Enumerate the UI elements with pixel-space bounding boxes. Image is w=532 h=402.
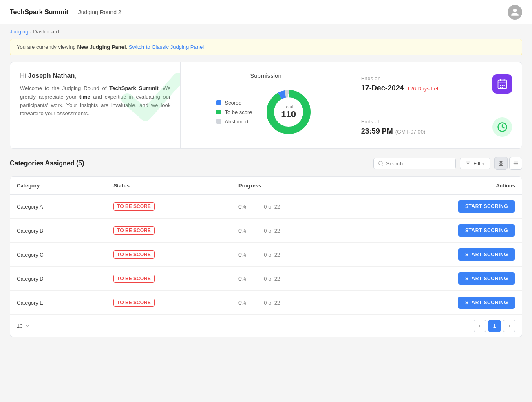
start-scoring-button[interactable]: START SCORING bbox=[458, 224, 515, 237]
grid-view-button[interactable] bbox=[494, 157, 508, 170]
progress-count: 0 of 22 bbox=[264, 300, 280, 306]
actions-cell: START SCORING bbox=[359, 195, 522, 219]
progress-pct: 0% bbox=[238, 276, 246, 282]
svg-line-16 bbox=[382, 165, 383, 166]
start-scoring-button[interactable]: START SCORING bbox=[458, 200, 515, 213]
breadcrumb-separator: - bbox=[30, 29, 33, 35]
end-date-value: 17-Dec-2024 bbox=[361, 84, 404, 92]
abstained-label: Abstained bbox=[225, 119, 248, 125]
actions-cell: START SCORING bbox=[359, 243, 522, 267]
table-head: Category ↑ Status Progress Actions bbox=[10, 177, 522, 195]
end-time-info: Ends at 23:59 PM (GMT-07:00) bbox=[361, 119, 426, 136]
svg-point-13 bbox=[502, 87, 503, 88]
progress-cell: 0% 0 of 22 bbox=[232, 219, 359, 243]
category-name-cell: Category E bbox=[10, 291, 107, 315]
progress-count: 0 of 22 bbox=[264, 252, 280, 258]
svg-rect-22 bbox=[499, 164, 501, 165]
svg-point-10 bbox=[502, 85, 503, 86]
end-date-card: Ends on 17-Dec-2024 126 Days Left bbox=[351, 62, 522, 105]
svg-point-11 bbox=[504, 85, 505, 86]
col-actions: Actions bbox=[359, 177, 522, 195]
search-icon bbox=[378, 160, 384, 166]
clock-icon bbox=[492, 117, 512, 137]
total-label: Total bbox=[281, 104, 296, 109]
status-badge: TO BE SCORE bbox=[113, 275, 154, 283]
total-value: 110 bbox=[281, 109, 296, 120]
categories-table-wrap: Category ↑ Status Progress Actions Categ… bbox=[10, 176, 522, 337]
app-header: TechSpark Summit Judging Round 2 bbox=[0, 0, 532, 24]
per-page-value: 10 bbox=[17, 323, 22, 329]
submission-legend: Scored To be score Abstained bbox=[216, 100, 252, 125]
info-banner: You are currently viewing New Judging Pa… bbox=[10, 39, 522, 55]
progress-cell: 0% 0 of 22 bbox=[232, 291, 359, 315]
filter-button[interactable]: Filter bbox=[460, 158, 490, 169]
pagination-buttons: 1 bbox=[474, 320, 515, 332]
end-date-label: Ends on bbox=[361, 75, 440, 81]
breadcrumb-judging[interactable]: Judging bbox=[10, 29, 29, 35]
legend-scored: Scored bbox=[216, 100, 252, 106]
start-scoring-button[interactable]: START SCORING bbox=[458, 297, 515, 309]
status-badge: TO BE SCORE bbox=[113, 226, 154, 235]
end-time-card: Ends at 23:59 PM (GMT-07:00) bbox=[351, 105, 522, 148]
search-box[interactable] bbox=[373, 158, 456, 169]
svg-rect-21 bbox=[501, 161, 503, 163]
progress-cell: 0% 0 of 22 bbox=[232, 243, 359, 267]
per-page-selector: 10 bbox=[17, 323, 30, 329]
check-decoration bbox=[119, 66, 181, 125]
submission-card: Submission Scored To be score Abstained bbox=[181, 62, 351, 148]
list-view-button[interactable] bbox=[509, 157, 522, 170]
submission-title: Submission bbox=[250, 72, 282, 79]
switch-panel-link[interactable]: Switch to Classic Judging Panel bbox=[129, 44, 204, 50]
category-name-cell: Category A bbox=[10, 195, 107, 219]
sort-icon: ↑ bbox=[43, 182, 46, 189]
end-date-info: Ends on 17-Dec-2024 126 Days Left bbox=[361, 75, 440, 92]
start-scoring-button[interactable]: START SCORING bbox=[458, 272, 515, 285]
status-badge: TO BE SCORE bbox=[113, 299, 154, 307]
svg-rect-20 bbox=[499, 161, 501, 163]
user-avatar[interactable] bbox=[508, 5, 522, 20]
category-name-cell: Category C bbox=[10, 243, 107, 267]
breadcrumb: Judging - Dashboard bbox=[0, 24, 532, 39]
categories-section: Categories Assigned (5) Filter bbox=[10, 157, 522, 337]
col-category: Category ↑ bbox=[10, 177, 107, 195]
actions-cell: START SCORING bbox=[359, 267, 522, 291]
status-cell: TO BE SCORE bbox=[107, 243, 232, 267]
search-input[interactable] bbox=[386, 160, 451, 167]
banner-text-before: You are currently viewing bbox=[17, 44, 77, 50]
next-page-button[interactable] bbox=[503, 320, 515, 332]
table-row: Category B TO BE SCORE 0% 0 of 22 START … bbox=[10, 219, 522, 243]
end-time-tz: (GMT-07:00) bbox=[395, 129, 426, 135]
categories-title: Categories Assigned (5) bbox=[10, 160, 84, 167]
category-name-cell: Category B bbox=[10, 219, 107, 243]
top-cards-row: Hi Joseph Nathan, Welcome to the Judging… bbox=[10, 62, 522, 149]
round-label: Judging Round 2 bbox=[78, 9, 121, 15]
col-status: Status bbox=[107, 177, 232, 195]
start-scoring-button[interactable]: START SCORING bbox=[458, 248, 515, 261]
legend-abstained: Abstained bbox=[216, 119, 252, 125]
progress-cell: 0% 0 of 22 bbox=[232, 267, 359, 291]
page-1-button[interactable]: 1 bbox=[488, 320, 501, 332]
table-body: Category A TO BE SCORE 0% 0 of 22 START … bbox=[10, 195, 522, 315]
calendar-icon bbox=[492, 74, 512, 94]
svg-rect-23 bbox=[501, 164, 503, 165]
per-page-chevron[interactable] bbox=[25, 323, 30, 328]
prev-page-button[interactable] bbox=[474, 320, 486, 332]
progress-pct: 0% bbox=[238, 204, 246, 210]
app-title: TechSpark Summit bbox=[10, 9, 68, 16]
table-row: Category D TO BE SCORE 0% 0 of 22 START … bbox=[10, 267, 522, 291]
end-time-label: Ends at bbox=[361, 119, 426, 125]
legend-to-be-score: To be score bbox=[216, 109, 252, 115]
categories-table: Category ↑ Status Progress Actions Categ… bbox=[10, 177, 522, 314]
svg-point-15 bbox=[379, 161, 382, 165]
user-name: Joseph Nathan bbox=[28, 72, 75, 79]
svg-point-12 bbox=[500, 87, 501, 88]
progress-cell: 0% 0 of 22 bbox=[232, 195, 359, 219]
progress-count: 0 of 22 bbox=[264, 228, 280, 234]
progress-pct: 0% bbox=[238, 228, 246, 234]
submission-inner: Scored To be score Abstained bbox=[216, 86, 315, 138]
actions-cell: START SCORING bbox=[359, 291, 522, 315]
table-row: Category E TO BE SCORE 0% 0 of 22 START … bbox=[10, 291, 522, 315]
status-cell: TO BE SCORE bbox=[107, 195, 232, 219]
scored-label: Scored bbox=[225, 100, 241, 106]
status-cell: TO BE SCORE bbox=[107, 291, 232, 315]
